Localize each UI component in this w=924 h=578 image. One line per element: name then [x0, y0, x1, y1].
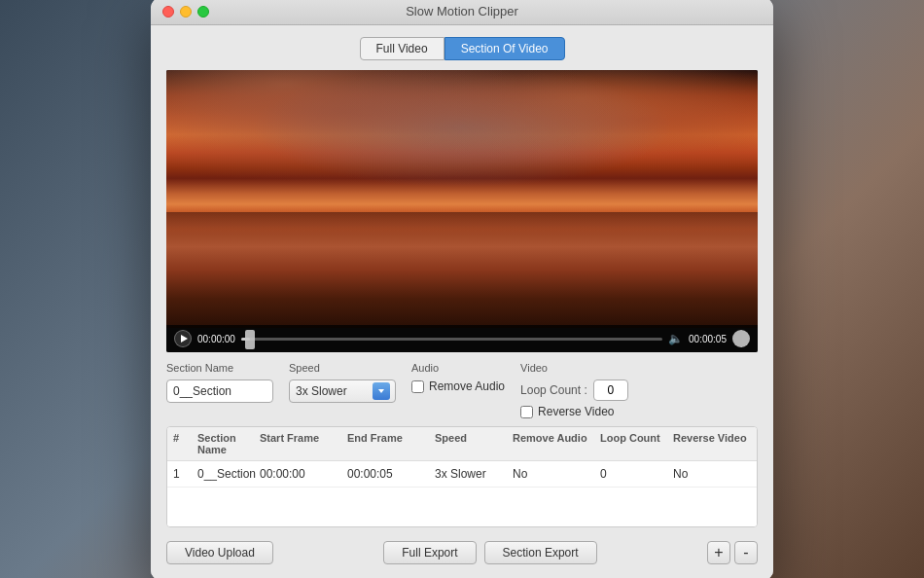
sections-table: # Section Name Start Frame End Frame Spe…	[166, 426, 758, 527]
reverse-video-label: Reverse Video	[538, 405, 615, 418]
reverse-video-checkbox[interactable]	[520, 406, 533, 418]
add-section-button[interactable]: +	[707, 541, 730, 564]
video-label: Video	[520, 362, 628, 374]
td-num: 1	[173, 467, 197, 481]
current-time: 00:00:00	[197, 334, 235, 344]
th-remove-audio: Remove Audio	[513, 432, 600, 455]
volume-icon: 🔈	[668, 332, 683, 345]
th-section-name: Section Name	[197, 432, 260, 455]
remove-section-button[interactable]: -	[734, 541, 758, 564]
speed-label: Speed	[289, 362, 396, 374]
remove-audio-label: Remove Audio	[429, 379, 505, 393]
video-player: 00:00:00 🔈 00:00:05	[166, 70, 758, 352]
th-reverse-video: Reverse Video	[673, 432, 751, 455]
tab-section-of-video[interactable]: Section Of Video	[444, 37, 565, 60]
td-end-frame: 00:00:05	[347, 467, 435, 481]
end-position-thumb[interactable]	[732, 330, 750, 347]
video-controls-bar: 00:00:00 🔈 00:00:05	[166, 325, 758, 352]
add-remove-group: + -	[707, 541, 758, 564]
video-preview	[166, 70, 758, 328]
remove-audio-row: Remove Audio	[411, 379, 505, 393]
speed-select-wrapper: 3x Slower 1x Normal 2x Slower 4x Slower …	[289, 379, 396, 403]
export-group: Full Export Section Export	[383, 541, 596, 564]
traffic-lights	[162, 6, 209, 18]
loop-count-row: Loop Count :	[520, 379, 628, 401]
th-start-frame: Start Frame	[260, 432, 347, 455]
minimize-button[interactable]	[180, 6, 192, 18]
td-reverse-video: No	[673, 467, 751, 481]
speed-group: Speed 3x Slower 1x Normal 2x Slower 4x S…	[289, 362, 396, 403]
speed-select[interactable]: 3x Slower 1x Normal 2x Slower 4x Slower …	[289, 379, 396, 403]
tab-bar: Full Video Section Of Video	[166, 37, 758, 60]
app-window: Slow Motion Clipper Full Video Section O…	[151, 0, 773, 578]
td-loop-count: 0	[600, 467, 673, 481]
remove-audio-checkbox[interactable]	[411, 380, 424, 393]
section-name-input[interactable]	[166, 379, 273, 403]
tab-full-video[interactable]: Full Video	[360, 37, 444, 60]
table-header: # Section Name Start Frame End Frame Spe…	[167, 427, 757, 461]
video-water	[166, 212, 758, 328]
reverse-video-row: Reverse Video	[520, 405, 628, 418]
td-remove-audio: No	[513, 467, 600, 481]
table-empty-space	[167, 488, 757, 526]
play-icon	[181, 335, 188, 343]
section-name-group: Section Name	[166, 362, 273, 403]
table-row[interactable]: 1 0__Section 00:00:00 00:00:05 3x Slower…	[167, 461, 757, 488]
window-title: Slow Motion Clipper	[406, 4, 518, 18]
video-clouds	[166, 70, 758, 212]
audio-label: Audio	[411, 362, 505, 374]
scrubber-track[interactable]	[241, 338, 662, 341]
td-start-frame: 00:00:00	[260, 467, 347, 481]
audio-group: Audio Remove Audio	[411, 362, 505, 393]
close-button[interactable]	[162, 6, 174, 18]
window-body: Full Video Section Of Video 00:00:00 🔈 0…	[151, 25, 773, 578]
end-time: 00:00:05	[689, 334, 727, 344]
video-upload-button[interactable]: Video Upload	[166, 541, 273, 564]
td-speed: 3x Slower	[435, 467, 513, 481]
title-bar: Slow Motion Clipper	[151, 0, 773, 25]
full-export-button[interactable]: Full Export	[383, 541, 476, 564]
section-export-button[interactable]: Section Export	[484, 541, 597, 564]
controls-panel: Section Name Speed 3x Slower 1x Normal 2…	[166, 352, 758, 426]
bottom-bar: Video Upload Full Export Section Export …	[166, 537, 758, 564]
play-button[interactable]	[174, 330, 192, 347]
loop-count-label: Loop Count :	[520, 383, 587, 397]
maximize-button[interactable]	[197, 6, 209, 18]
video-group: Video Loop Count : Reverse Video	[520, 362, 628, 418]
th-num: #	[173, 432, 197, 455]
section-name-label: Section Name	[166, 362, 273, 374]
td-section-name: 0__Section	[197, 467, 260, 481]
th-speed: Speed	[435, 432, 513, 455]
th-loop-count: Loop Count	[600, 432, 673, 455]
scrubber-thumb[interactable]	[245, 330, 255, 349]
loop-count-input[interactable]	[593, 379, 628, 401]
th-end-frame: End Frame	[347, 432, 435, 455]
